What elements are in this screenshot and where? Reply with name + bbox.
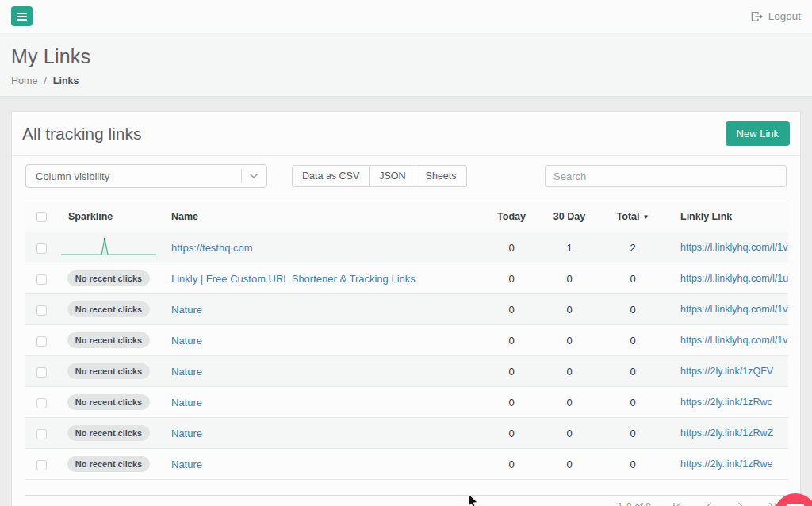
no-recent-clicks-badge: No recent clicks	[67, 425, 150, 441]
30day-count: 0	[538, 418, 601, 449]
link-name[interactable]: Nature	[171, 335, 202, 347]
export-sheets-button[interactable]: Sheets	[416, 165, 467, 187]
sidebar-toggle-button[interactable]	[11, 6, 33, 26]
search-input[interactable]	[545, 165, 787, 187]
header-name[interactable]: Name	[160, 201, 485, 232]
sparkline-chart	[61, 236, 156, 259]
header-total[interactable]: Total▼	[601, 201, 665, 232]
page-title: My Links	[11, 45, 801, 68]
no-recent-clicks-badge: No recent clicks	[67, 363, 150, 379]
no-recent-clicks-badge: No recent clicks	[67, 270, 150, 286]
table-row: No recent clicks Linkly | Free Custom UR…	[25, 263, 788, 294]
linkly-link[interactable]: https://l.linklyhq.com/l/1vZvW	[680, 242, 788, 253]
no-recent-clicks-badge: No recent clicks	[67, 456, 150, 472]
link-name[interactable]: Nature	[171, 366, 202, 378]
breadcrumb-current: Links	[53, 75, 79, 86]
table-toolbar: Column visibility Data as CSV JSON Sheet…	[25, 164, 787, 188]
link-name[interactable]: https://testhq.com	[171, 242, 253, 254]
total-count: 0	[601, 418, 665, 449]
link-name[interactable]: Linkly | Free Custom URL Shortener & Tra…	[171, 273, 416, 285]
total-count: 0	[601, 387, 665, 418]
linkly-link[interactable]: https://l.linklyhq.com/l/1u3jW	[680, 273, 788, 284]
table-row: No recent clicks Nature 0 0 0 https://2l…	[25, 356, 788, 387]
header-sparkline[interactable]: Sparkline	[57, 201, 160, 232]
new-link-button[interactable]: New Link	[726, 121, 790, 146]
row-checkbox[interactable]	[36, 460, 47, 470]
row-checkbox[interactable]	[36, 398, 47, 408]
linkly-link[interactable]: https://2ly.link/1zRwc	[680, 397, 772, 408]
table-header-row: Sparkline Name Today 30 Day Total▼ Linkl…	[25, 201, 788, 232]
linkly-link[interactable]: https://l.linklyhq.com/l/1vbuD	[680, 335, 788, 346]
today-count: 0	[485, 232, 538, 263]
table-row: No recent clicks Nature 0 0 0 https://l.…	[25, 325, 788, 356]
today-count: 0	[485, 418, 538, 449]
export-button-group: Data as CSV JSON Sheets	[292, 165, 467, 187]
linkly-link[interactable]: https://2ly.link/1zRwe	[680, 458, 772, 470]
sort-desc-icon: ▼	[643, 213, 649, 220]
export-csv-button[interactable]: Data as CSV	[292, 165, 370, 187]
logout-button[interactable]: Logout	[751, 10, 801, 22]
first-page-button[interactable]	[672, 501, 683, 506]
link-name[interactable]: Nature	[171, 427, 202, 439]
table-row: No recent clicks Nature 0 0 0 https://l.…	[25, 294, 788, 325]
table-footer: 1-8 of 8	[25, 495, 787, 506]
30day-count: 0	[538, 294, 601, 325]
links-table: Sparkline Name Today 30 Day Total▼ Linkl…	[25, 201, 787, 480]
breadcrumb: Home / Links	[11, 75, 801, 86]
table-row: No recent clicks Nature 0 0 0 https://2l…	[25, 387, 788, 418]
no-recent-clicks-badge: No recent clicks	[67, 394, 150, 410]
logout-icon	[751, 11, 763, 22]
linkly-link[interactable]: https://l.linklyhq.com/l/1vYAb	[680, 304, 788, 315]
linkly-link[interactable]: https://2ly.link/1zRwZ	[680, 427, 773, 439]
previous-page-button[interactable]	[703, 501, 714, 506]
header-linkly-link[interactable]: Linkly Link	[665, 201, 788, 232]
link-name[interactable]: Nature	[171, 304, 202, 316]
row-checkbox[interactable]	[36, 429, 47, 439]
header-select-all[interactable]	[25, 201, 57, 232]
total-count: 0	[601, 263, 665, 294]
panel-header: All tracking links New Link	[12, 112, 800, 156]
breadcrumb-separator: /	[44, 75, 46, 86]
column-visibility-placeholder: Column visibility	[36, 171, 109, 182]
page-header: My Links Home / Links	[0, 34, 812, 97]
logout-label: Logout	[768, 10, 801, 22]
next-page-button[interactable]	[735, 501, 746, 506]
row-checkbox[interactable]	[36, 367, 47, 378]
linkly-link[interactable]: https://2ly.link/1zQFV	[680, 366, 773, 377]
select-divider	[241, 169, 242, 183]
breadcrumb-home[interactable]: Home	[11, 75, 37, 86]
total-count: 0	[601, 356, 665, 387]
chevron-down-icon	[249, 173, 266, 179]
export-json-button[interactable]: JSON	[370, 165, 416, 187]
table-row: No recent clicks Nature 0 0 0 https://2l…	[25, 418, 788, 449]
total-count: 0	[601, 449, 665, 480]
row-checkbox[interactable]	[36, 336, 47, 347]
link-name[interactable]: Nature	[171, 458, 202, 470]
30day-count: 0	[538, 325, 601, 356]
30day-count: 0	[538, 449, 601, 480]
today-count: 0	[485, 449, 538, 480]
total-count: 0	[601, 325, 665, 356]
table-row: No recent clicks Nature 0 0 0 https://2l…	[25, 449, 788, 480]
column-visibility-select[interactable]: Column visibility	[25, 164, 267, 188]
pagination-summary: 1-8 of 8	[618, 501, 651, 506]
row-checkbox[interactable]	[36, 274, 47, 285]
no-recent-clicks-badge: No recent clicks	[67, 301, 150, 317]
total-count: 0	[601, 294, 665, 325]
link-name[interactable]: Nature	[171, 397, 202, 408]
panel-title: All tracking links	[22, 125, 142, 144]
no-recent-clicks-badge: No recent clicks	[67, 332, 150, 348]
today-count: 0	[485, 294, 538, 325]
pagination: 1-8 of 8	[618, 501, 778, 506]
header-today[interactable]: Today	[485, 201, 538, 232]
30day-count: 0	[538, 387, 601, 418]
header-30day[interactable]: 30 Day	[538, 201, 601, 232]
select-all-checkbox[interactable]	[36, 212, 47, 222]
table-row: https://testhq.com 0 1 2 https://l.linkl…	[25, 232, 788, 263]
total-count: 2	[601, 232, 665, 263]
row-checkbox[interactable]	[36, 243, 47, 254]
today-count: 0	[485, 325, 538, 356]
today-count: 0	[485, 356, 538, 387]
row-checkbox[interactable]	[36, 305, 47, 316]
30day-count: 0	[538, 356, 601, 387]
